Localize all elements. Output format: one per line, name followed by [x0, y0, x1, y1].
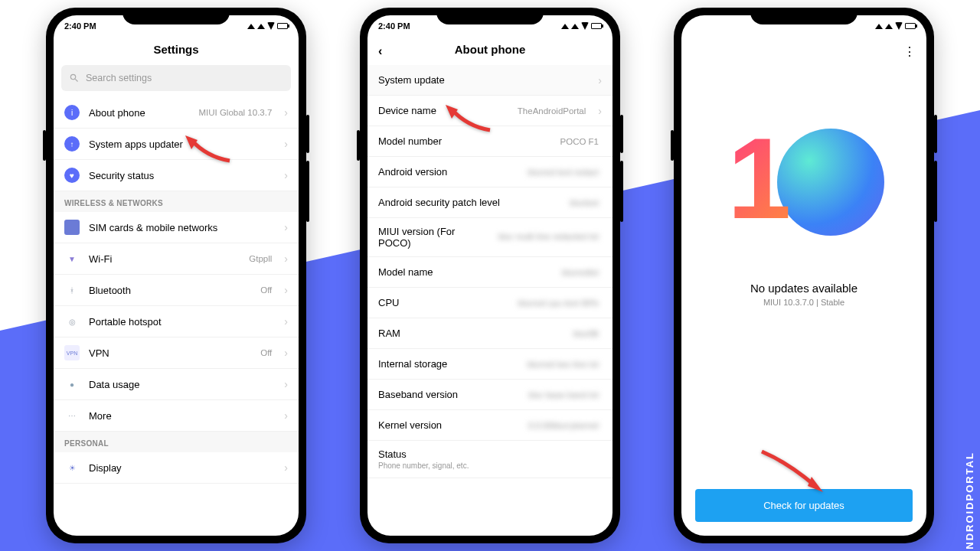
status-time: 2:40 PM [378, 21, 410, 31]
row-sim[interactable]: SIM cards & mobile networks › [54, 212, 299, 243]
row-cpu[interactable]: CPU blurred cpu text 00% [368, 288, 612, 318]
row-ram[interactable]: RAM blur0B [368, 318, 612, 349]
signal-icon [571, 24, 579, 29]
row-security-patch[interactable]: Android security patch level blurtext [368, 187, 612, 218]
more-menu-button[interactable]: ⋮ [903, 44, 916, 59]
update-version: MIUI 10.3.7.0 | Stable [763, 298, 844, 307]
row-vpn[interactable]: VPN VPN Off › [54, 337, 299, 369]
hotspot-icon: ◎ [64, 314, 80, 329]
more-icon: ⋯ [64, 408, 80, 423]
chevron-right-icon: › [284, 221, 288, 233]
page-title: About phone [455, 43, 525, 56]
status-time: 2:40 PM [64, 21, 96, 31]
signal-icon [257, 24, 265, 29]
vpn-icon: VPN [64, 345, 80, 360]
chevron-right-icon: › [284, 347, 288, 359]
row-display[interactable]: ☀ Display › [54, 452, 299, 484]
row-status[interactable]: Status Phone number, signal, etc. [368, 441, 612, 478]
battery-icon [905, 23, 916, 29]
row-android-version[interactable]: Android version blurred text redact [368, 157, 612, 187]
chevron-right-icon: › [284, 409, 288, 422]
row-about-phone[interactable]: i About phone MIUI Global 10.3.7 › [54, 97, 299, 129]
data-icon: ● [64, 377, 80, 392]
signal-icon [885, 24, 893, 29]
row-wifi[interactable]: ▼ Wi-Fi Gtppll › [54, 243, 299, 275]
page-title: Settings [54, 37, 299, 65]
back-button[interactable]: ‹ [378, 44, 382, 58]
row-miui-version[interactable]: MIUI version (For POCO) blur multi line … [368, 218, 612, 257]
check-updates-button[interactable]: Check for updates [695, 489, 913, 522]
wifi-icon [267, 22, 275, 30]
wifi-icon [581, 22, 589, 30]
status-bar [681, 15, 926, 37]
row-system-update[interactable]: System update › [368, 65, 612, 96]
miui-logo: 1 [716, 121, 892, 251]
signal-icon [875, 24, 883, 29]
chevron-right-icon: › [284, 138, 288, 150]
search-input[interactable]: Search settings [61, 65, 291, 91]
chevron-right-icon: › [284, 461, 288, 474]
phone-frame-2: 2:40 PM ‹ About phone System update › De… [360, 8, 620, 543]
display-icon: ☀ [64, 460, 80, 475]
row-model-name[interactable]: Model name blurredtxt [368, 257, 612, 288]
bluetooth-icon: ᚼ [64, 282, 80, 298]
chevron-right-icon: › [284, 253, 288, 265]
chevron-right-icon: › [284, 284, 288, 296]
battery-icon [277, 23, 288, 29]
sim-icon [64, 220, 80, 235]
update-status: No updates available [750, 282, 858, 295]
row-baseband[interactable]: Baseband version blur base band txt [368, 380, 612, 410]
row-kernel[interactable]: Kernel version 0.0.00blurrykernel [368, 410, 612, 441]
status-bar: 2:40 PM [54, 15, 299, 37]
row-security-status[interactable]: ♥ Security status › [54, 160, 299, 191]
row-storage[interactable]: Internal storage blurred two line txt [368, 349, 612, 380]
signal-icon [247, 24, 255, 29]
search-icon [69, 73, 80, 83]
update-icon: ↑ [64, 136, 80, 152]
chevron-right-icon: › [598, 105, 602, 117]
phone-frame-1: 2:40 PM Settings Search settings i About… [46, 8, 306, 543]
section-wireless: WIRELESS & NETWORKS [54, 191, 299, 212]
battery-icon [591, 23, 602, 29]
row-data-usage[interactable]: ● Data usage › [54, 369, 299, 400]
row-device-name[interactable]: Device name TheAndroidPortal › [368, 96, 612, 126]
row-system-apps-updater[interactable]: ↑ System apps updater › [54, 129, 299, 160]
status-bar: 2:40 PM [368, 15, 612, 37]
row-bluetooth[interactable]: ᚼ Bluetooth Off › [54, 275, 299, 306]
chevron-right-icon: › [284, 315, 288, 328]
chevron-right-icon: › [284, 378, 288, 390]
wifi-icon [895, 22, 903, 30]
row-more[interactable]: ⋯ More › [54, 400, 299, 432]
info-icon: i [64, 105, 80, 120]
shield-icon: ♥ [64, 168, 80, 183]
phone-frame-3: ⋮ 1 No updates available MIUI 10.3.7.0 |… [674, 8, 934, 543]
search-placeholder: Search settings [86, 73, 152, 83]
signal-icon [561, 24, 569, 29]
row-hotspot[interactable]: ◎ Portable hotspot › [54, 306, 299, 337]
section-personal: PERSONAL [54, 432, 299, 452]
chevron-right-icon: › [598, 74, 602, 86]
chevron-right-icon: › [284, 106, 288, 119]
chevron-right-icon: › [284, 169, 288, 181]
wifi-icon: ▼ [64, 251, 80, 266]
row-model-number[interactable]: Model number POCO F1 [368, 126, 612, 157]
